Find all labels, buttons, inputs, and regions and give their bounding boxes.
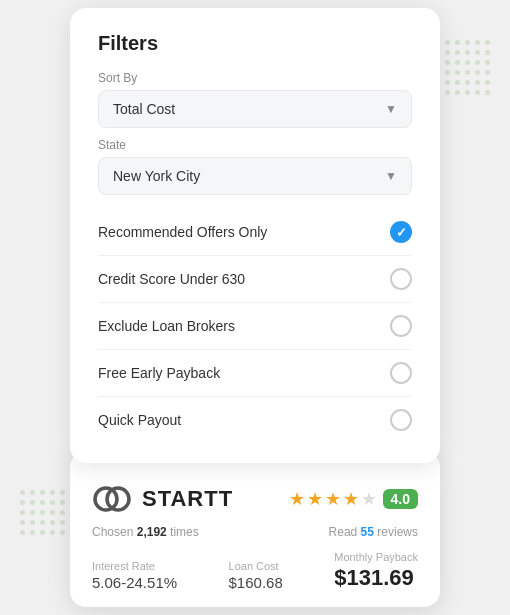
star-3: ★	[325, 488, 341, 510]
filter-row-payback[interactable]: Free Early Payback	[98, 350, 412, 397]
checkbox-brokers[interactable]	[390, 315, 412, 337]
lender-card: STARTT ★ ★ ★ ★ ★ 4.0 Chosen 2,192 times …	[70, 451, 440, 607]
filter-row-payout[interactable]: Quick Payout	[98, 397, 412, 443]
filter-label-payout: Quick Payout	[98, 412, 181, 428]
state-dropdown[interactable]: New York City ▼	[98, 157, 412, 195]
reviews-link[interactable]: 55	[361, 525, 374, 539]
lender-meta: Chosen 2,192 times Read 55 reviews	[92, 525, 418, 539]
stat-interest-rate: Interest Rate 5.06-24.51%	[92, 560, 177, 591]
checkbox-payout[interactable]	[390, 409, 412, 431]
star-1: ★	[289, 488, 305, 510]
chosen-text: Chosen 2,192 times	[92, 525, 199, 539]
state-chevron-icon: ▼	[385, 169, 397, 183]
filter-row-recommended[interactable]: Recommended Offers Only	[98, 209, 412, 256]
chosen-count: 2,192	[137, 525, 167, 539]
stars: ★ ★ ★ ★ ★	[289, 488, 377, 510]
lender-stats: Interest Rate 5.06-24.51% Loan Cost $160…	[92, 551, 418, 591]
lender-name: STARTT	[142, 486, 233, 512]
filters-title: Filters	[98, 32, 412, 55]
star-2: ★	[307, 488, 323, 510]
main-container: Filters Sort By Total Cost ▼ State New Y…	[70, 8, 440, 607]
star-4: ★	[343, 488, 359, 510]
rating-badge: 4.0	[383, 489, 418, 509]
interest-rate-label: Interest Rate	[92, 560, 177, 572]
sort-by-chevron-icon: ▼	[385, 102, 397, 116]
filter-label-credit: Credit Score Under 630	[98, 271, 245, 287]
loan-cost-value: $160.68	[229, 574, 283, 591]
sort-by-value: Total Cost	[113, 101, 175, 117]
filter-row-brokers[interactable]: Exclude Loan Brokers	[98, 303, 412, 350]
lender-header: STARTT ★ ★ ★ ★ ★ 4.0	[92, 479, 418, 519]
checkbox-recommended[interactable]	[390, 221, 412, 243]
state-label: State	[98, 138, 412, 152]
filter-row-credit[interactable]: Credit Score Under 630	[98, 256, 412, 303]
rating-area: ★ ★ ★ ★ ★ 4.0	[289, 488, 418, 510]
lender-logo-area: STARTT	[92, 479, 233, 519]
checkbox-credit[interactable]	[390, 268, 412, 290]
monthly-payback-label: Monthly Payback	[334, 551, 418, 563]
interest-rate-value: 5.06-24.51%	[92, 574, 177, 591]
filter-options-list: Recommended Offers Only Credit Score Und…	[98, 209, 412, 443]
sort-by-dropdown[interactable]: Total Cost ▼	[98, 90, 412, 128]
lender-logo-icon	[92, 479, 132, 519]
state-value: New York City	[113, 168, 200, 184]
reviews-suffix: reviews	[377, 525, 418, 539]
filters-card: Filters Sort By Total Cost ▼ State New Y…	[70, 8, 440, 463]
stat-loan-cost: Loan Cost $160.68	[229, 560, 283, 591]
monthly-payback-value: $131.69	[334, 565, 418, 591]
reviews-text: Read 55 reviews	[329, 525, 418, 539]
filter-label-payback: Free Early Payback	[98, 365, 220, 381]
checkbox-payback[interactable]	[390, 362, 412, 384]
sort-by-label: Sort By	[98, 71, 412, 85]
loan-cost-label: Loan Cost	[229, 560, 283, 572]
filter-label-brokers: Exclude Loan Brokers	[98, 318, 235, 334]
stat-monthly-payback: Monthly Payback $131.69	[334, 551, 418, 591]
filter-label-recommended: Recommended Offers Only	[98, 224, 267, 240]
star-5: ★	[361, 488, 377, 510]
